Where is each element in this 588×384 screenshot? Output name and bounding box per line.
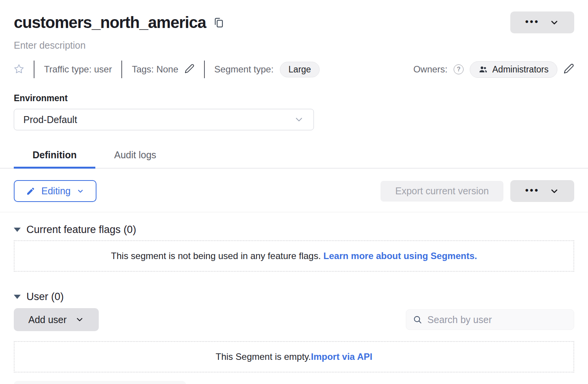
segment-detail-page: customers_north_america ••• Enter descri… bbox=[0, 11, 588, 384]
collapse-triangle-icon bbox=[14, 295, 21, 299]
header-more-menu-button[interactable]: ••• bbox=[510, 11, 574, 33]
divider bbox=[34, 61, 34, 78]
bottom-cutoff-element bbox=[14, 381, 186, 384]
owners-badge[interactable]: Administrators bbox=[470, 61, 557, 78]
copy-icon[interactable] bbox=[213, 17, 224, 28]
people-icon bbox=[479, 65, 488, 74]
feature-flags-empty-state: This segment is not being used in any fe… bbox=[14, 240, 574, 272]
definition-toolbar: Editing Export current version ••• bbox=[14, 180, 574, 202]
help-icon[interactable]: ? bbox=[454, 64, 464, 74]
meta-row: Traffic type: user Tags: None Segment ty… bbox=[14, 61, 574, 78]
divider bbox=[121, 61, 122, 78]
chevron-down-icon bbox=[549, 186, 559, 196]
divider bbox=[0, 212, 588, 212]
add-user-button[interactable]: Add user bbox=[14, 308, 99, 331]
owners-value: Administrators bbox=[492, 64, 549, 75]
add-user-label: Add user bbox=[28, 314, 67, 325]
user-search[interactable] bbox=[406, 309, 574, 330]
search-by-user-input[interactable] bbox=[428, 314, 567, 325]
user-section-title: User (0) bbox=[26, 291, 64, 303]
feature-flags-empty-text: This segment is not being used in any fe… bbox=[111, 251, 321, 261]
environment-label: Environment bbox=[14, 93, 574, 103]
edit-owners-pencil-icon[interactable] bbox=[564, 63, 574, 75]
editing-label: Editing bbox=[41, 185, 70, 197]
page-title: customers_north_america bbox=[14, 11, 206, 34]
pencil-icon bbox=[26, 187, 35, 196]
favorite-star-icon[interactable] bbox=[14, 64, 24, 75]
chevron-down-icon bbox=[294, 114, 304, 125]
ellipsis-icon: ••• bbox=[525, 17, 539, 26]
tags-label: Tags: None bbox=[132, 64, 178, 75]
chevron-down-icon bbox=[75, 315, 84, 324]
owners-label: Owners: bbox=[413, 64, 448, 75]
segment-type-label: Segment type: bbox=[214, 64, 274, 75]
learn-more-link[interactable]: Learn more about using Segments. bbox=[323, 251, 477, 261]
environment-select[interactable]: Prod-Default bbox=[14, 109, 314, 130]
editing-mode-button[interactable]: Editing bbox=[14, 180, 96, 202]
ellipsis-icon: ••• bbox=[525, 185, 539, 195]
chevron-down-icon bbox=[549, 18, 559, 28]
user-empty-text: This Segment is empty. bbox=[216, 351, 311, 362]
segment-type-badge: Large bbox=[280, 62, 320, 77]
export-current-version-button[interactable]: Export current version bbox=[381, 181, 503, 202]
import-via-api-link[interactable]: Import via API bbox=[311, 351, 372, 362]
tab-definition[interactable]: Definition bbox=[14, 144, 95, 169]
edit-tags-pencil-icon[interactable] bbox=[185, 64, 194, 75]
toolbar-more-menu-button[interactable]: ••• bbox=[510, 180, 574, 202]
tab-bar: Definition Audit logs bbox=[0, 144, 588, 169]
description-placeholder[interactable]: Enter description bbox=[14, 40, 574, 51]
user-empty-state: This Segment is empty. Import via API bbox=[14, 341, 574, 373]
divider bbox=[204, 61, 205, 78]
collapse-triangle-icon bbox=[14, 228, 21, 232]
tab-audit-logs[interactable]: Audit logs bbox=[95, 144, 175, 169]
user-section-header[interactable]: User (0) bbox=[14, 291, 574, 303]
user-controls-row: Add user bbox=[14, 308, 574, 331]
feature-flags-section-header[interactable]: Current feature flags (0) bbox=[14, 224, 574, 236]
page-header: customers_north_america ••• bbox=[14, 11, 574, 34]
chevron-down-icon bbox=[77, 187, 84, 195]
search-icon bbox=[413, 315, 422, 325]
traffic-type-label: Traffic type: user bbox=[44, 64, 112, 75]
feature-flags-section-title: Current feature flags (0) bbox=[26, 224, 136, 236]
environment-selected-value: Prod-Default bbox=[23, 114, 77, 125]
